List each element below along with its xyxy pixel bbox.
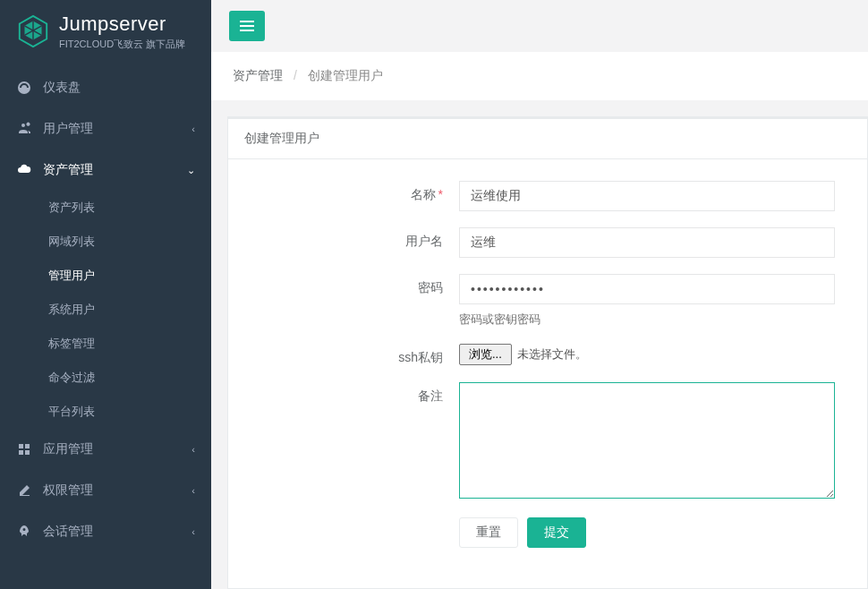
panel-body: 名称* 用户名 密码 密码或密钥密码 — [228, 159, 867, 569]
reset-button[interactable]: 重置 — [459, 517, 518, 548]
row-username: 用户名 — [244, 227, 851, 258]
topbar — [211, 0, 868, 52]
password-help: 密码或密钥密码 — [459, 312, 851, 328]
chevron-left-icon: ‹ — [191, 444, 195, 455]
logo-area: Jumpserver FIT2CLOUD飞致云 旗下品牌 — [0, 0, 211, 60]
sidebar-item-users[interactable]: 用户管理 ‹ — [0, 108, 211, 149]
file-status: 未选择文件。 — [517, 346, 587, 363]
nav-label: 会话管理 — [43, 524, 191, 540]
sidebar-item-apps[interactable]: 应用管理 ‹ — [0, 429, 211, 470]
brand-title: Jumpserver — [59, 13, 185, 36]
sidebar-item-assets[interactable]: 资产管理 ⌄ — [0, 149, 211, 191]
edit-icon — [16, 483, 32, 498]
nav-label: 用户管理 — [43, 121, 191, 137]
password-input[interactable] — [459, 274, 835, 304]
breadcrumb: 资产管理 / 创建管理用户 — [211, 52, 868, 100]
label-comment: 备注 — [244, 382, 459, 405]
breadcrumb-root[interactable]: 资产管理 — [233, 68, 283, 82]
breadcrumb-current: 创建管理用户 — [308, 68, 383, 82]
hamburger-icon — [240, 18, 254, 34]
label-name: 名称* — [244, 181, 459, 203]
subnav-domain-list[interactable]: 网域列表 — [0, 225, 211, 259]
grid-icon — [16, 442, 32, 457]
label-username: 用户名 — [244, 227, 459, 250]
row-name: 名称* — [244, 181, 851, 211]
name-input[interactable] — [459, 181, 835, 211]
form-actions: 重置 提交 — [244, 517, 851, 548]
username-input[interactable] — [459, 227, 835, 258]
assets-subnav: 资产列表 网域列表 管理用户 系统用户 标签管理 命令过滤 平台列表 — [0, 191, 211, 429]
required-mark: * — [438, 187, 443, 201]
hamburger-button[interactable] — [229, 11, 265, 41]
chevron-left-icon: ‹ — [191, 485, 195, 496]
nav-label: 应用管理 — [43, 441, 191, 457]
sidebar: Jumpserver FIT2CLOUD飞致云 旗下品牌 仪表盘 用户管理 ‹ — [0, 0, 211, 589]
main-nav: 仪表盘 用户管理 ‹ 资产管理 ⌄ 资产列表 网域列表 管理用户 系统用 — [0, 67, 211, 552]
row-sshkey: ssh私钥 浏览... 未选择文件。 — [244, 344, 851, 366]
cloud-icon — [16, 163, 32, 177]
subnav-system-user[interactable]: 系统用户 — [0, 293, 211, 327]
users-icon — [16, 122, 32, 136]
chevron-left-icon: ‹ — [191, 124, 195, 134]
main-area: 资产管理 / 创建管理用户 创建管理用户 名称* 用户名 — [211, 0, 868, 589]
subnav-asset-list[interactable]: 资产列表 — [0, 191, 211, 225]
comment-textarea[interactable] — [459, 382, 835, 499]
form-panel: 创建管理用户 名称* 用户名 密码 — [227, 116, 868, 589]
submit-button[interactable]: 提交 — [527, 517, 586, 548]
rocket-icon — [16, 525, 32, 539]
sidebar-item-sessions[interactable]: 会话管理 ‹ — [0, 511, 211, 552]
nav-label: 权限管理 — [43, 482, 191, 499]
row-comment: 备注 — [244, 382, 851, 501]
label-sshkey: ssh私钥 — [244, 344, 459, 366]
subnav-label-mgmt[interactable]: 标签管理 — [0, 327, 211, 361]
subnav-cmd-filter[interactable]: 命令过滤 — [0, 361, 211, 395]
chevron-left-icon: ‹ — [191, 526, 195, 537]
subnav-platform-list[interactable]: 平台列表 — [0, 395, 211, 429]
subnav-admin-user[interactable]: 管理用户 — [0, 259, 211, 293]
label-password: 密码 — [244, 274, 459, 296]
file-browse-button[interactable]: 浏览... — [459, 344, 512, 365]
sidebar-item-dashboard[interactable]: 仪表盘 — [0, 67, 211, 108]
brand-subtitle: FIT2CLOUD飞致云 旗下品牌 — [59, 38, 185, 51]
logo-icon — [16, 14, 50, 48]
row-password: 密码 密码或密钥密码 — [244, 274, 851, 328]
nav-label: 仪表盘 — [43, 80, 195, 96]
chevron-down-icon: ⌄ — [187, 165, 195, 176]
breadcrumb-sep: / — [286, 68, 304, 82]
sidebar-item-perms[interactable]: 权限管理 ‹ — [0, 470, 211, 511]
nav-label: 资产管理 — [43, 162, 187, 178]
panel-title: 创建管理用户 — [228, 119, 867, 159]
dashboard-icon — [16, 81, 32, 95]
